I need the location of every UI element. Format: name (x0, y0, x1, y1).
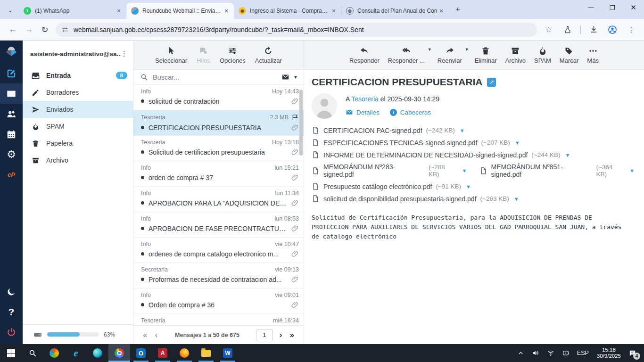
rail-mail-button[interactable] (0, 83, 23, 104)
msg-responder-button[interactable]: Responder (346, 44, 383, 66)
first-page-button[interactable]: « (139, 330, 151, 340)
message-row-5[interactable]: Infolun 11:34APROBACION PARA LA “ADQUISI… (133, 187, 304, 212)
downloads-icon[interactable] (586, 22, 602, 38)
last-page-button[interactable]: » (286, 330, 298, 340)
attachment-item[interactable]: MEMORÁNDUM Nº851-signed.pdf(~364 KB)▼ (479, 163, 635, 178)
tab-close-icon[interactable]: ✕ (115, 7, 123, 15)
msg-responder-button[interactable]: Responder ... (384, 44, 429, 66)
tray-chevron-up-icon[interactable] (514, 344, 528, 362)
attachment-name[interactable]: MEMORÁNDUM Nº851-signed.pdf (491, 163, 593, 178)
notifications-icon[interactable]: 4 (626, 344, 642, 362)
folder-spam[interactable]: SPAM (23, 118, 133, 135)
rail-contacts-button[interactable] (0, 104, 23, 124)
address-bar[interactable]: webmail.sanjuan.gob.ec/cpsess2879723216/… (56, 23, 537, 37)
page-input[interactable] (256, 329, 273, 341)
headers-toggle[interactable]: i Cabeceras (390, 109, 431, 116)
attachment-item[interactable]: ESPECIFICACIONES TECNICAS-signed-signed.… (312, 139, 520, 147)
forward-button[interactable]: → (21, 22, 37, 38)
message-row-2[interactable]: Tesoreria2.3 MBCERTIFICACION PRESUPUESTA… (133, 110, 304, 136)
attachment-name[interactable]: ESPECIFICACIONES TECNICAS-signed-signed.… (323, 139, 478, 147)
rail-dark-mode-button[interactable] (0, 281, 23, 302)
unread-dot[interactable] (141, 303, 144, 306)
rail-help-button[interactable]: ? (0, 302, 23, 322)
flag-icon[interactable] (291, 114, 299, 121)
taskbar-file-explorer-icon[interactable] (195, 344, 217, 362)
taskbar-start-icon[interactable] (0, 344, 22, 362)
msg-marcar-button[interactable]: Marcar (556, 44, 582, 66)
attachment-name[interactable]: MEMORÁNDUM Nº283-signed.pdf (323, 163, 425, 178)
tab-close-icon[interactable]: ✕ (438, 7, 445, 15)
list-seleccionar-button[interactable]: Seleccionar (151, 44, 191, 66)
attachment-item[interactable]: CERTIFICACION PAC-signed.pdf(~242 KB)▼ (312, 126, 465, 134)
dropdown-caret-icon[interactable]: ▼ (428, 47, 432, 52)
attachment-name[interactable]: INFORME DE DETERMINACION DE NECESIDAD-si… (323, 151, 528, 159)
message-row-1[interactable]: InfoHoy 14:43solicitud de contratación (133, 85, 304, 110)
rail-compose-button[interactable] (0, 63, 23, 83)
list-opciones-button[interactable]: Opciones (216, 44, 249, 66)
attachment-menu-caret-icon[interactable]: ▼ (462, 168, 467, 173)
list-scrollbar-thumb[interactable] (299, 90, 303, 156)
volume-icon[interactable] (528, 344, 543, 362)
bookmark-star-icon[interactable]: ☆ (541, 22, 557, 38)
message-row-8[interactable]: Secretariavie 09:13Proformas de necesida… (133, 263, 304, 288)
unread-dot[interactable] (141, 201, 144, 205)
unread-dot[interactable] (141, 252, 144, 255)
message-row-6[interactable]: Infolun 08:53APROBACION DE FASE PRECONTR… (133, 212, 304, 238)
msg-archivo-button[interactable]: Archivo (502, 44, 529, 66)
folder-archivo[interactable]: Archivo (23, 152, 133, 169)
unread-dot[interactable] (141, 278, 144, 281)
msg-eliminar-button[interactable]: Eliminar (471, 44, 501, 66)
unread-dot[interactable] (141, 126, 144, 129)
taskbar-outlook-icon[interactable]: O (130, 344, 152, 362)
site-settings-icon[interactable] (61, 26, 69, 33)
details-toggle[interactable]: Detalles (346, 108, 380, 116)
attachment-menu-caret-icon[interactable]: ▼ (515, 140, 520, 146)
message-row-9[interactable]: Infovie 09:01Orden de compra # 36 (133, 288, 304, 314)
attachment-menu-caret-icon[interactable]: ▼ (514, 196, 519, 202)
browser-menu-icon[interactable]: ⋮ (623, 22, 639, 38)
tab-close-icon[interactable]: ✕ (330, 7, 338, 15)
attachment-name[interactable]: Presupuesto catálogo electrónico.pdf (323, 183, 432, 190)
browser-tab-1[interactable]: 1(1) WhatsApp✕ (19, 3, 126, 19)
taskbar-acrobat-icon[interactable]: A (152, 344, 173, 362)
next-page-button[interactable]: › (276, 330, 286, 340)
attachment-item[interactable]: MEMORÁNDUM Nº283-signed.pdf(~288 KB)▼ (312, 163, 467, 178)
unread-dot[interactable] (141, 227, 144, 230)
rail-cpanel-button[interactable]: cP (0, 165, 23, 185)
message-row-3[interactable]: TesoreriaHoy 13:18Solicitud de certifica… (133, 136, 304, 161)
search-scope-mail-icon[interactable] (281, 73, 289, 81)
browser-tab-2[interactable]: Roundcube Webmail :: Enviados✕ (126, 3, 234, 19)
prev-page-button[interactable]: ‹ (151, 330, 161, 340)
msg-m-s-button[interactable]: Más (583, 44, 603, 66)
taskbar-edge-icon[interactable] (87, 344, 108, 362)
attachment-item[interactable]: Presupuesto catálogo electrónico.pdf(~91… (312, 182, 471, 190)
folder-entrada[interactable]: Entrada8 (23, 67, 133, 84)
message-row-10[interactable]: Tesoreriamié 16:34 (133, 314, 304, 325)
new-tab-button[interactable]: + (452, 3, 464, 16)
search-options-chevron-icon[interactable]: ▼ (293, 74, 298, 80)
unread-dot[interactable] (141, 150, 144, 154)
unread-dot[interactable] (141, 176, 144, 179)
url-text[interactable]: webmail.sanjuan.gob.ec/cpsess2879723216/… (74, 26, 364, 33)
taskbar-chrome-icon[interactable] (108, 344, 130, 362)
attachment-menu-caret-icon[interactable]: ▼ (629, 168, 635, 173)
msg-reenviar-button[interactable]: Reenviar (434, 44, 466, 66)
message-row-4[interactable]: Infolun 15:21orden de compra # 37 (133, 161, 304, 187)
rail-logout-button[interactable] (0, 322, 23, 342)
attachment-item[interactable]: solicitud de disponibilidad presupuestar… (312, 195, 519, 203)
minimize-button[interactable]: — (580, 0, 602, 15)
back-button[interactable]: ← (5, 22, 21, 38)
message-row-7[interactable]: Infovie 10:47ordenes de compra catalogo … (133, 238, 304, 263)
folder-papelera[interactable]: Papelera (23, 135, 133, 152)
list-actualizar-button[interactable]: Actualizar (251, 44, 286, 66)
unread-dot[interactable] (141, 99, 144, 103)
attachment-item[interactable]: INFORME DE DETERMINACION DE NECESIDAD-si… (312, 151, 570, 159)
tab-close-icon[interactable]: ✕ (223, 7, 230, 15)
taskbar-search-icon[interactable] (22, 344, 43, 362)
chrome-labs-icon[interactable] (560, 22, 576, 38)
taskbar-internet-explorer-icon[interactable]: e (65, 344, 87, 362)
tab-search-chevron-icon[interactable]: ⌄ (4, 3, 17, 16)
rail-settings-button[interactable]: ⚙ (0, 144, 23, 165)
attachment-menu-caret-icon[interactable]: ▼ (466, 184, 471, 189)
profile-avatar-icon[interactable] (604, 22, 620, 38)
